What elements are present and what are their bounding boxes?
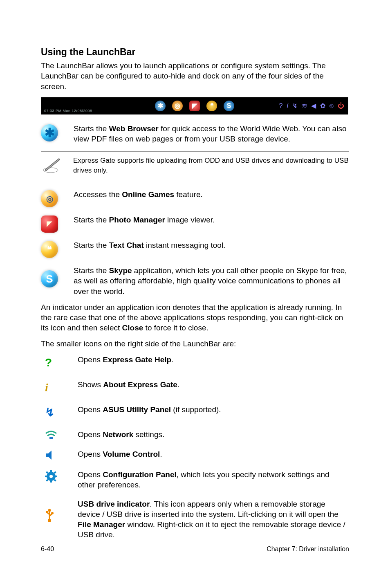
skype-mini-icon: S xyxy=(224,101,234,111)
text-strong: File Manager xyxy=(78,520,125,529)
volume-desc: Opens Volume Control. xyxy=(78,449,349,459)
text: Accesses the xyxy=(74,190,122,199)
text: Starts the xyxy=(74,215,109,224)
utility-desc: Opens ASUS Utility Panel (if supported). xyxy=(78,404,349,415)
svg-rect-7 xyxy=(55,476,57,477)
online-games-desc: Accesses the Online Games feature. xyxy=(74,189,349,200)
help-icon: ? xyxy=(41,355,78,370)
text: . xyxy=(171,355,173,364)
tray-volume-icon: ◀ xyxy=(311,101,316,110)
text-strong: Volume Control xyxy=(103,450,160,458)
network-icon xyxy=(41,429,78,440)
text-chat-mini-icon: ❝ xyxy=(206,101,217,111)
page-footer: 6-40 Chapter 7: Driver installation xyxy=(41,545,349,553)
utility-icon: ↯ xyxy=(41,404,78,420)
text: image viewer. xyxy=(165,215,215,224)
launchbar-image: 07:33 PM Mon 12/08/2008 ✱ ◎ ◤ ❝ S ? i ↯ … xyxy=(41,97,348,114)
note-box: Express Gate supports file uploading fro… xyxy=(41,151,349,182)
tray-usb-icon: ⎋ xyxy=(329,101,334,110)
photo-manager-desc: Starts the Photo Manager image viewer. xyxy=(74,215,349,225)
text-chat-icon: ❝ xyxy=(41,240,74,258)
photo-manager-mini-icon: ◤ xyxy=(189,101,200,111)
text-strong: Skype xyxy=(109,266,132,275)
text: . xyxy=(160,450,162,458)
gear-icon xyxy=(41,469,78,483)
text: Opens xyxy=(78,430,103,439)
feature-row-photo-manager: ◤ Starts the Photo Manager image viewer. xyxy=(41,215,349,233)
text-strong: Photo Manager xyxy=(109,215,165,224)
text-strong: Close xyxy=(122,323,143,332)
note-pen-icon xyxy=(41,158,63,173)
small-row-network: Opens Network settings. xyxy=(41,429,349,440)
launchbar-center-icons: ✱ ◎ ◤ ❝ S xyxy=(155,101,234,111)
tray-utility-icon: ↯ xyxy=(292,101,298,110)
launchbar-time: 07:33 PM Mon 12/08/2008 xyxy=(44,109,92,114)
svg-point-3 xyxy=(49,475,53,478)
web-browser-icon: ✱ xyxy=(41,123,74,141)
feature-row-text-chat: ❝ Starts the Text Chat instant messaging… xyxy=(41,240,349,258)
svg-point-14 xyxy=(48,519,51,522)
text-strong: USB drive indicator xyxy=(78,500,150,508)
text-strong: About Express Gate xyxy=(103,380,177,389)
feature-row-skype: S Starts the Skype application, which le… xyxy=(41,265,349,296)
indicator-paragraph: An indicator under an application icon d… xyxy=(41,302,349,333)
skype-desc: Starts the Skype application, which lets… xyxy=(74,265,349,296)
small-row-help: ? Opens Express Gate Help. xyxy=(41,355,349,370)
text: . xyxy=(177,380,179,389)
footer-chapter: Chapter 7: Driver installation xyxy=(267,545,349,553)
text: Opens xyxy=(78,470,103,479)
online-games-mini-icon: ◎ xyxy=(172,101,183,111)
intro-paragraph: The LaunchBar allows you to launch appli… xyxy=(41,61,349,91)
launchbar-tray-icons: ? i ↯ ≋ ◀ ✿ ⎋ ⏻ xyxy=(279,101,344,110)
text-strong: Network xyxy=(103,430,133,439)
tray-network-icon: ≋ xyxy=(302,101,307,110)
text-strong: Web Browser xyxy=(109,124,159,133)
text: Starts the xyxy=(74,241,109,249)
small-row-usb: USB drive indicator. This icon appears o… xyxy=(41,499,349,540)
web-browser-mini-icon: ✱ xyxy=(155,101,166,111)
text: (if supported). xyxy=(171,405,221,414)
text: Starts the xyxy=(74,124,109,133)
tray-config-icon: ✿ xyxy=(320,101,325,110)
tray-power-icon: ⏻ xyxy=(338,101,344,110)
text: feature. xyxy=(174,190,203,199)
text: Opens xyxy=(78,355,103,364)
small-row-utility: ↯ Opens ASUS Utility Panel (if supported… xyxy=(41,404,349,420)
small-row-config: Opens Configuration Panel, which lets yo… xyxy=(41,469,349,490)
svg-rect-1 xyxy=(49,437,53,439)
text-strong: Text Chat xyxy=(109,241,144,249)
tray-help-icon: ? xyxy=(279,101,283,110)
svg-point-16 xyxy=(51,512,54,514)
small-row-about: i Shows About Express Gate. xyxy=(41,379,349,395)
text: Opens xyxy=(78,405,103,414)
text: to force it to close. xyxy=(143,323,208,332)
online-games-icon: ◎ xyxy=(41,189,74,207)
text-strong: ASUS Utility Panel xyxy=(103,405,171,414)
text: Shows xyxy=(78,380,103,389)
text-chat-desc: Starts the Text Chat instant messaging t… xyxy=(74,240,349,250)
small-row-volume: Opens Volume Control. xyxy=(41,449,349,460)
section-heading: Using the LaunchBar xyxy=(41,46,349,58)
small-icons-intro: The smaller icons on the right side of t… xyxy=(41,339,349,349)
svg-rect-15 xyxy=(46,511,48,513)
feature-row-web-browser: ✱ Starts the Web Browser for quick acces… xyxy=(41,123,349,144)
network-desc: Opens Network settings. xyxy=(78,429,349,440)
text-strong: Online Games xyxy=(122,190,174,199)
svg-rect-5 xyxy=(50,480,52,483)
text: Starts the xyxy=(74,266,109,275)
text-strong: Express Gate Help xyxy=(103,355,171,364)
svg-rect-4 xyxy=(50,470,52,473)
footer-page-number: 6-40 xyxy=(41,545,54,553)
volume-icon xyxy=(41,449,78,460)
config-desc: Opens Configuration Panel, which lets yo… xyxy=(78,469,349,490)
text: Opens xyxy=(78,450,103,458)
usb-icon xyxy=(41,499,78,523)
skype-icon: S xyxy=(41,265,74,287)
tray-info-icon: i xyxy=(287,101,288,110)
note-text: Express Gate supports file uploading fro… xyxy=(73,156,349,175)
svg-rect-6 xyxy=(45,476,47,477)
info-icon: i xyxy=(41,379,78,395)
text-strong: Configuration Panel xyxy=(103,470,177,479)
text: instant messaging tool. xyxy=(144,241,226,249)
text: settings. xyxy=(133,430,164,439)
